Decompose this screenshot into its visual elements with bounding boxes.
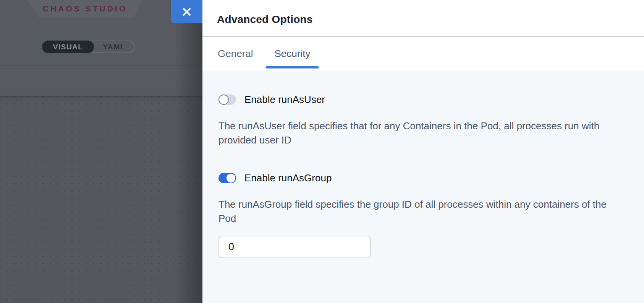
workflow-dot-canvas[interactable] [0, 96, 202, 303]
security-tab-content: Enable runAsUser The runAsUser field spe… [202, 70, 644, 303]
runasgroup-toggle-row: Enable runAsGroup [218, 173, 628, 183]
chaos-studio-background: CHAOS STUDIO VISUAL YAML [0, 0, 202, 303]
tab-security[interactable]: Security [272, 37, 314, 70]
toolbar-divider [0, 65, 202, 65]
runasuser-toggle-label: Enable runAsUser [244, 94, 325, 106]
drawer-tabs: General Security [202, 37, 644, 70]
runasuser-section: Enable runAsUser The runAsUser field spe… [218, 94, 628, 147]
brand-banner: CHAOS STUDIO [28, 0, 142, 18]
runasuser-toggle[interactable] [218, 94, 236, 105]
drawer-header: Advanced Options [202, 0, 644, 37]
app-window: CHAOS STUDIO VISUAL YAML Advanced Option… [0, 0, 644, 303]
runasgroup-section: Enable runAsGroup The runAsGroup field s… [218, 173, 628, 258]
drawer-title: Advanced Options [217, 13, 313, 26]
runasgroup-value-input[interactable] [218, 236, 371, 258]
close-drawer-button[interactable] [171, 0, 202, 23]
runasgroup-toggle-label: Enable runAsGroup [244, 172, 332, 184]
mode-toggle-yaml[interactable]: YAML [94, 41, 134, 52]
advanced-options-drawer: Advanced Options General Security Enable… [202, 0, 644, 303]
tab-active-underline [266, 66, 319, 68]
mode-toggle-visual[interactable]: VISUAL [42, 41, 94, 53]
close-icon [182, 7, 192, 17]
tab-general[interactable]: General [215, 37, 256, 70]
toggle-knob [218, 94, 229, 105]
brand-logo-text: CHAOS STUDIO [43, 4, 127, 13]
tab-security-label: Security [275, 48, 311, 60]
runasuser-description: The runAsUser field specifies that for a… [218, 119, 618, 147]
tab-general-label: General [218, 48, 253, 60]
visual-yaml-toggle: VISUAL YAML [42, 41, 135, 53]
runasgroup-description: The runAsGroup field specifies the group… [218, 197, 618, 226]
runasuser-toggle-row: Enable runAsUser [218, 94, 628, 105]
runasgroup-toggle[interactable] [218, 173, 236, 183]
toggle-knob [226, 173, 236, 183]
